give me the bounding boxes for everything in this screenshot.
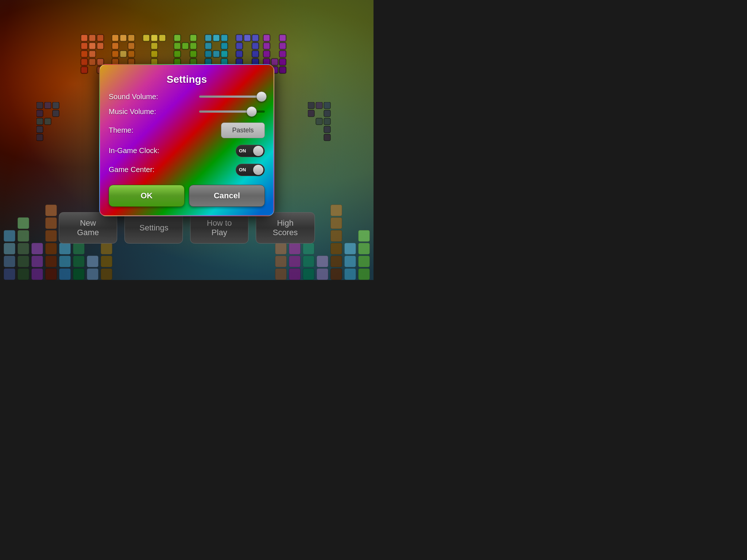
theme-row: Theme: Pastels <box>109 122 265 138</box>
game-center-toggle-knob <box>253 165 263 175</box>
in-game-clock-toggle[interactable]: ON <box>236 145 265 157</box>
in-game-clock-toggle-label: ON <box>236 148 246 153</box>
modal-title: Settings <box>109 74 265 85</box>
music-volume-label: Music Volume: <box>109 108 156 116</box>
cancel-button[interactable]: Cancel <box>189 185 265 207</box>
game-center-row: Game Center: ON <box>109 164 265 176</box>
in-game-clock-row: In-Game Clock: ON <box>109 145 265 157</box>
modal-buttons: OK Cancel <box>109 185 265 207</box>
sound-volume-row: Sound Volume: <box>109 93 265 101</box>
ok-button[interactable]: OK <box>109 185 185 207</box>
game-center-toggle-label: ON <box>236 167 246 172</box>
modal-overlay: Settings Sound Volume: Music Volume: <box>0 0 374 280</box>
in-game-clock-toggle-knob <box>253 146 263 156</box>
in-game-clock-label: In-Game Clock: <box>109 147 159 155</box>
game-center-toggle[interactable]: ON <box>236 164 265 176</box>
sound-volume-slider[interactable] <box>199 96 265 98</box>
theme-label: Theme: <box>109 126 133 135</box>
settings-modal: Settings Sound Volume: Music Volume: <box>99 64 274 216</box>
music-volume-row: Music Volume: <box>109 108 265 116</box>
theme-button[interactable]: Pastels <box>221 122 265 138</box>
sound-volume-label: Sound Volume: <box>109 93 158 101</box>
game-center-label: Game Center: <box>109 166 155 174</box>
music-volume-slider[interactable] <box>199 110 265 113</box>
